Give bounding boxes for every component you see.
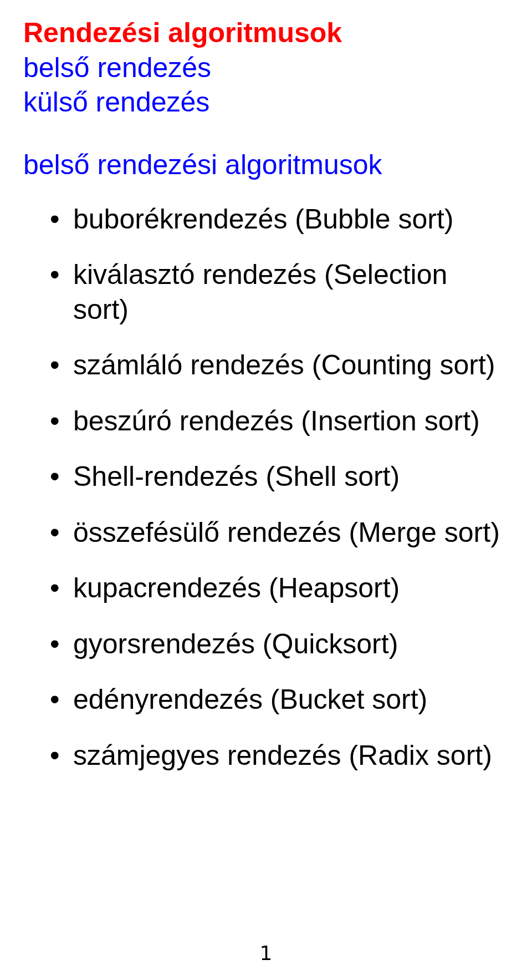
list-item: • gyorsrendezés (Quicksort) bbox=[23, 627, 509, 662]
list-item-label: buborékrendezés (Bubble sort) bbox=[73, 204, 454, 235]
bullet-icon: • bbox=[50, 404, 60, 439]
page-title-red: Rendezési algoritmusok bbox=[23, 16, 509, 50]
list-item-label: edényrendezés (Bucket sort) bbox=[73, 684, 427, 715]
list-item: • edényrendezés (Bucket sort) bbox=[23, 682, 509, 717]
category-line-1: belső rendezés bbox=[23, 50, 509, 85]
algorithms-list: • buborékrendezés (Bubble sort) • kivála… bbox=[23, 202, 509, 773]
list-item-label: összefésülő rendezés (Merge sort) bbox=[73, 517, 500, 548]
bullet-icon: • bbox=[50, 682, 60, 717]
bullet-icon: • bbox=[50, 202, 60, 237]
list-item-label: kupacrendezés (Heapsort) bbox=[73, 572, 400, 603]
list-item-label: számjegyes rendezés (Radix sort) bbox=[73, 740, 492, 771]
list-item-label: kiválasztó rendezés (Selection sort) bbox=[73, 259, 447, 325]
bullet-icon: • bbox=[50, 257, 60, 292]
list-item: • beszúró rendezés (Insertion sort) bbox=[23, 404, 509, 439]
list-item: • számjegyes rendezés (Radix sort) bbox=[23, 738, 509, 773]
bullet-icon: • bbox=[50, 738, 60, 773]
list-item-label: beszúró rendezés (Insertion sort) bbox=[73, 405, 480, 436]
list-item: • számláló rendezés (Counting sort) bbox=[23, 348, 509, 383]
bullet-icon: • bbox=[50, 348, 60, 383]
section-heading: belső rendezési algoritmusok bbox=[23, 149, 509, 181]
list-item-label: gyorsrendezés (Quicksort) bbox=[73, 628, 398, 659]
bullet-icon: • bbox=[50, 515, 60, 550]
list-item: • kiválasztó rendezés (Selection sort) bbox=[23, 257, 509, 327]
list-item: • Shell-rendezés (Shell sort) bbox=[23, 459, 509, 494]
list-item: • buborékrendezés (Bubble sort) bbox=[23, 202, 509, 237]
bullet-icon: • bbox=[50, 459, 60, 494]
list-item: • összefésülő rendezés (Merge sort) bbox=[23, 515, 509, 550]
list-item-label: számláló rendezés (Counting sort) bbox=[73, 349, 495, 380]
list-item: • kupacrendezés (Heapsort) bbox=[23, 571, 509, 606]
category-line-2: külső rendezés bbox=[23, 85, 509, 120]
list-item-label: Shell-rendezés (Shell sort) bbox=[73, 461, 400, 492]
page-number: 1 bbox=[0, 942, 532, 964]
bullet-icon: • bbox=[50, 627, 60, 662]
bullet-icon: • bbox=[50, 571, 60, 606]
